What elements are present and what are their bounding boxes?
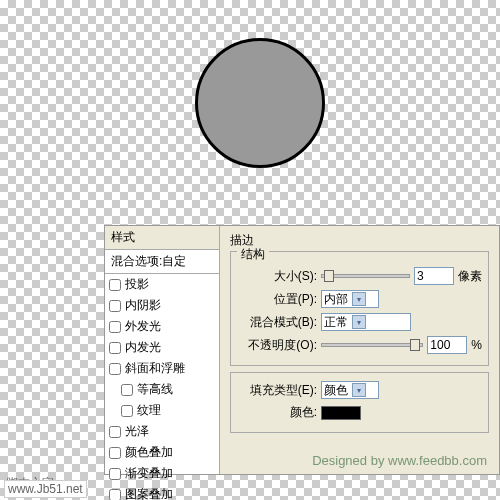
structure-label: 结构 <box>237 246 269 263</box>
style-item-6[interactable]: 纹理 <box>105 400 219 421</box>
size-row: 大小(S): 像素 <box>237 267 482 285</box>
style-label: 斜面和浮雕 <box>125 360 185 377</box>
blendmode-label: 混合模式(B): <box>237 314 317 331</box>
opacity-unit: % <box>471 338 482 352</box>
opacity-row: 不透明度(O): % <box>237 336 482 354</box>
blendmode-select[interactable]: 正常 ▾ <box>321 313 411 331</box>
blendmode-row: 混合模式(B): 正常 ▾ <box>237 313 482 331</box>
filltype-label: 填充类型(E): <box>237 382 317 399</box>
blending-options-default[interactable]: 混合选项:自定 <box>105 250 219 274</box>
circle-shape-layer <box>195 38 325 168</box>
style-label: 光泽 <box>125 423 149 440</box>
color-swatch[interactable] <box>321 406 361 420</box>
position-label: 位置(P): <box>237 291 317 308</box>
chevron-down-icon: ▾ <box>352 315 366 329</box>
styles-header: 样式 <box>105 226 219 250</box>
size-slider[interactable] <box>321 274 410 278</box>
style-label: 投影 <box>125 276 149 293</box>
color-label: 颜色: <box>237 404 317 421</box>
style-item-0[interactable]: 投影 <box>105 274 219 295</box>
style-item-4[interactable]: 斜面和浮雕 <box>105 358 219 379</box>
style-label: 纹理 <box>137 402 161 419</box>
style-label: 颜色叠加 <box>125 444 173 461</box>
style-checkbox[interactable] <box>109 447 121 459</box>
chevron-down-icon: ▾ <box>352 292 366 306</box>
style-item-10[interactable]: 图案叠加 <box>105 484 219 500</box>
style-item-9[interactable]: 渐变叠加 <box>105 463 219 484</box>
style-label: 内发光 <box>125 339 161 356</box>
style-checkbox[interactable] <box>121 405 133 417</box>
style-item-2[interactable]: 外发光 <box>105 316 219 337</box>
opacity-slider[interactable] <box>321 343 423 347</box>
styles-column: 样式 混合选项:自定 投影内阴影外发光内发光斜面和浮雕等高线纹理光泽颜色叠加渐变… <box>105 226 220 474</box>
style-item-5[interactable]: 等高线 <box>105 379 219 400</box>
style-checkbox[interactable] <box>109 468 121 480</box>
size-unit: 像素 <box>458 268 482 285</box>
position-row: 位置(P): 内部 ▾ <box>237 290 482 308</box>
style-checkbox[interactable] <box>109 300 121 312</box>
style-item-7[interactable]: 光泽 <box>105 421 219 442</box>
style-item-3[interactable]: 内发光 <box>105 337 219 358</box>
style-label: 等高线 <box>137 381 173 398</box>
style-checkbox[interactable] <box>109 342 121 354</box>
structure-group: 结构 大小(S): 像素 位置(P): 内部 ▾ <box>230 251 489 366</box>
style-checkbox[interactable] <box>109 363 121 375</box>
style-checkbox[interactable] <box>109 489 121 501</box>
style-label: 图案叠加 <box>125 486 173 500</box>
style-item-1[interactable]: 内阴影 <box>105 295 219 316</box>
position-select[interactable]: 内部 ▾ <box>321 290 379 308</box>
style-checkbox[interactable] <box>109 426 121 438</box>
canvas-background: 样式 混合选项:自定 投影内阴影外发光内发光斜面和浮雕等高线纹理光泽颜色叠加渐变… <box>0 0 500 500</box>
chevron-down-icon: ▾ <box>352 383 366 397</box>
opacity-input[interactable] <box>427 336 467 354</box>
footer-url: www.Jb51.net <box>4 480 87 498</box>
fill-group: 填充类型(E): 颜色 ▾ 颜色: <box>230 372 489 433</box>
style-checkbox[interactable] <box>109 279 121 291</box>
size-label: 大小(S): <box>237 268 317 285</box>
style-checkbox[interactable] <box>109 321 121 333</box>
watermark-text: Designed by www.feedbb.com <box>312 453 487 468</box>
style-label: 外发光 <box>125 318 161 335</box>
stroke-settings-panel: 描边 结构 大小(S): 像素 位置(P): 内部 ▾ <box>220 226 499 474</box>
size-input[interactable] <box>414 267 454 285</box>
style-item-8[interactable]: 颜色叠加 <box>105 442 219 463</box>
opacity-label: 不透明度(O): <box>237 337 317 354</box>
filltype-select[interactable]: 颜色 ▾ <box>321 381 379 399</box>
style-checkbox[interactable] <box>121 384 133 396</box>
layer-style-dialog: 样式 混合选项:自定 投影内阴影外发光内发光斜面和浮雕等高线纹理光泽颜色叠加渐变… <box>104 225 500 475</box>
style-label: 内阴影 <box>125 297 161 314</box>
filltype-row: 填充类型(E): 颜色 ▾ <box>237 381 482 399</box>
style-label: 渐变叠加 <box>125 465 173 482</box>
color-row: 颜色: <box>237 404 482 421</box>
